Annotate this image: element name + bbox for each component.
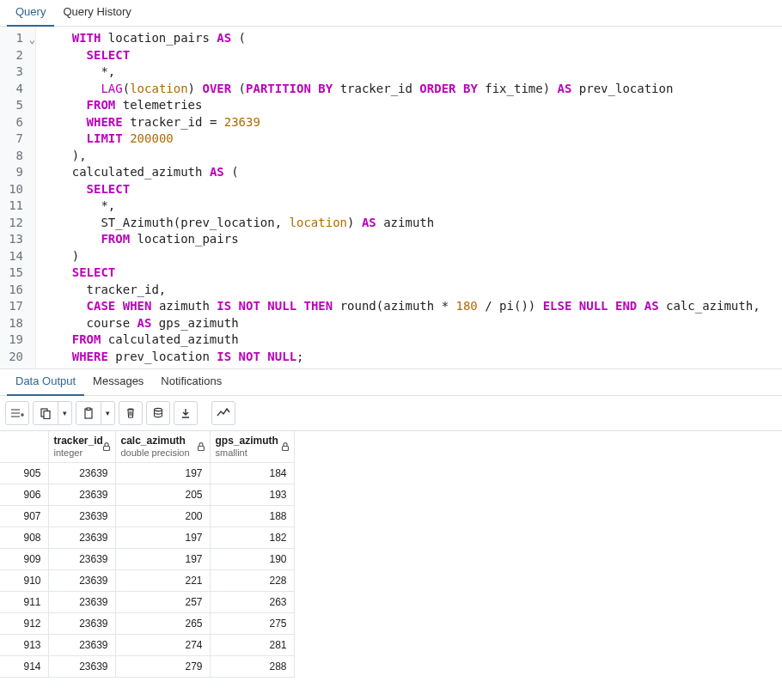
column-header[interactable]: gps_azimuthsmallint xyxy=(210,431,294,463)
cell[interactable]: 275 xyxy=(210,613,294,635)
code-line[interactable]: LAG(location) OVER (PARTITION BY tracker… xyxy=(43,81,761,98)
cell[interactable]: 221 xyxy=(115,570,210,592)
code-line[interactable]: ), xyxy=(43,148,761,165)
cell[interactable]: 190 xyxy=(210,549,294,570)
graph-visualizer-button[interactable] xyxy=(211,401,235,425)
table-row[interactable]: 90823639197182 xyxy=(0,527,294,549)
cell[interactable]: 257 xyxy=(115,592,210,613)
table-row[interactable]: 91223639265275 xyxy=(0,613,294,635)
svg-rect-6 xyxy=(198,447,204,451)
cell[interactable]: 193 xyxy=(210,484,294,506)
code-line[interactable]: CASE WHEN azimuth IS NOT NULL THEN round… xyxy=(43,298,761,315)
copy-button[interactable]: ▾ xyxy=(33,401,72,425)
code-line[interactable]: WITH location_pairs AS ( xyxy=(43,30,761,47)
save-data-button[interactable] xyxy=(146,401,170,425)
row-number[interactable]: 913 xyxy=(0,635,48,656)
add-row-button[interactable] xyxy=(5,401,29,425)
code-line[interactable]: ) xyxy=(43,248,761,265)
cell[interactable]: 265 xyxy=(115,613,210,635)
table-row[interactable]: 91023639221228 xyxy=(0,570,294,592)
chevron-down-icon[interactable]: ▾ xyxy=(101,402,114,424)
row-number[interactable]: 911 xyxy=(0,592,48,613)
cell[interactable]: 23639 xyxy=(48,656,115,678)
gutter-line: 13 xyxy=(0,231,35,248)
row-number[interactable]: 909 xyxy=(0,549,48,570)
cell[interactable]: 182 xyxy=(210,527,294,549)
table-row[interactable]: 90723639200188 xyxy=(0,506,294,527)
table-row[interactable]: 90623639205193 xyxy=(0,484,294,506)
lock-icon xyxy=(102,442,111,452)
cell[interactable]: 228 xyxy=(210,570,294,592)
cell[interactable]: 205 xyxy=(115,484,210,506)
gutter-line: 11 xyxy=(0,198,35,215)
code-line[interactable]: calculated_azimuth AS ( xyxy=(43,164,761,181)
paste-button[interactable]: ▾ xyxy=(76,401,115,425)
results-grid[interactable]: tracker_idintegercalc_azimuthdouble prec… xyxy=(0,431,295,678)
code-line[interactable]: ST_Azimuth(prev_location, location) AS a… xyxy=(43,215,761,232)
cell[interactable]: 263 xyxy=(210,592,294,613)
code-line[interactable]: tracker_id, xyxy=(43,282,761,299)
code-line[interactable]: FROM telemetries xyxy=(43,97,761,114)
table-row[interactable]: 91123639257263 xyxy=(0,592,294,613)
column-header[interactable]: calc_azimuthdouble precision xyxy=(115,431,210,463)
cell[interactable]: 288 xyxy=(210,656,294,678)
tab-query[interactable]: Query xyxy=(7,0,54,27)
cell[interactable]: 281 xyxy=(210,635,294,656)
gutter-line: 2 xyxy=(0,47,35,64)
code-line[interactable]: SELECT xyxy=(43,181,761,198)
table-row[interactable]: 90523639197184 xyxy=(0,463,294,484)
gutter-line: 14 xyxy=(0,248,35,265)
row-number[interactable]: 907 xyxy=(0,506,48,527)
row-number[interactable]: 906 xyxy=(0,484,48,506)
cell[interactable]: 279 xyxy=(115,656,210,678)
cell[interactable]: 23639 xyxy=(48,570,115,592)
code-line[interactable]: SELECT xyxy=(43,265,761,282)
code-line[interactable]: SELECT xyxy=(43,47,761,64)
sql-editor[interactable]: 1⌄234567891011121314151617181920 WITH lo… xyxy=(0,27,782,369)
code-line[interactable]: FROM location_pairs xyxy=(43,231,761,248)
cell[interactable]: 274 xyxy=(115,635,210,656)
chevron-down-icon[interactable]: ▾ xyxy=(58,402,71,424)
table-row[interactable]: 91423639279288 xyxy=(0,656,294,678)
cell[interactable]: 197 xyxy=(115,527,210,549)
cell[interactable]: 23639 xyxy=(48,527,115,549)
column-header[interactable]: tracker_idinteger xyxy=(48,431,115,463)
table-row[interactable]: 90923639197190 xyxy=(0,549,294,570)
row-number[interactable]: 908 xyxy=(0,527,48,549)
cell[interactable]: 188 xyxy=(210,506,294,527)
download-icon xyxy=(180,407,192,419)
row-number[interactable]: 905 xyxy=(0,463,48,484)
svg-rect-1 xyxy=(44,411,50,419)
code-line[interactable]: WHERE prev_location IS NOT NULL; xyxy=(43,349,761,366)
cell[interactable]: 23639 xyxy=(48,592,115,613)
editor-code[interactable]: WITH location_pairs AS ( SELECT *, LAG(l… xyxy=(36,27,761,368)
row-number[interactable]: 914 xyxy=(0,656,48,678)
code-line[interactable]: FROM calculated_azimuth xyxy=(43,332,761,349)
cell[interactable]: 23639 xyxy=(48,506,115,527)
add-row-icon xyxy=(10,406,24,420)
cell[interactable]: 23639 xyxy=(48,463,115,484)
table-row[interactable]: 91323639274281 xyxy=(0,635,294,656)
cell[interactable]: 23639 xyxy=(48,484,115,506)
tab-data-output[interactable]: Data Output xyxy=(7,369,84,396)
editor-gutter: 1⌄234567891011121314151617181920 xyxy=(0,27,36,368)
cell[interactable]: 197 xyxy=(115,549,210,570)
cell[interactable]: 23639 xyxy=(48,613,115,635)
row-number[interactable]: 910 xyxy=(0,570,48,592)
code-line[interactable]: WHERE tracker_id = 23639 xyxy=(43,114,761,131)
delete-button[interactable] xyxy=(119,401,143,425)
cell[interactable]: 184 xyxy=(210,463,294,484)
cell[interactable]: 200 xyxy=(115,506,210,527)
code-line[interactable]: course AS gps_azimuth xyxy=(43,315,761,332)
tab-query-history[interactable]: Query History xyxy=(54,0,139,26)
row-number[interactable]: 912 xyxy=(0,613,48,635)
tab-messages[interactable]: Messages xyxy=(84,369,152,395)
code-line[interactable]: *, xyxy=(43,64,761,81)
download-button[interactable] xyxy=(174,401,198,425)
cell[interactable]: 23639 xyxy=(48,549,115,570)
cell[interactable]: 23639 xyxy=(48,635,115,656)
tab-notifications[interactable]: Notifications xyxy=(152,369,230,395)
code-line[interactable]: LIMIT 200000 xyxy=(43,131,761,148)
code-line[interactable]: *, xyxy=(43,198,761,215)
cell[interactable]: 197 xyxy=(115,463,210,484)
